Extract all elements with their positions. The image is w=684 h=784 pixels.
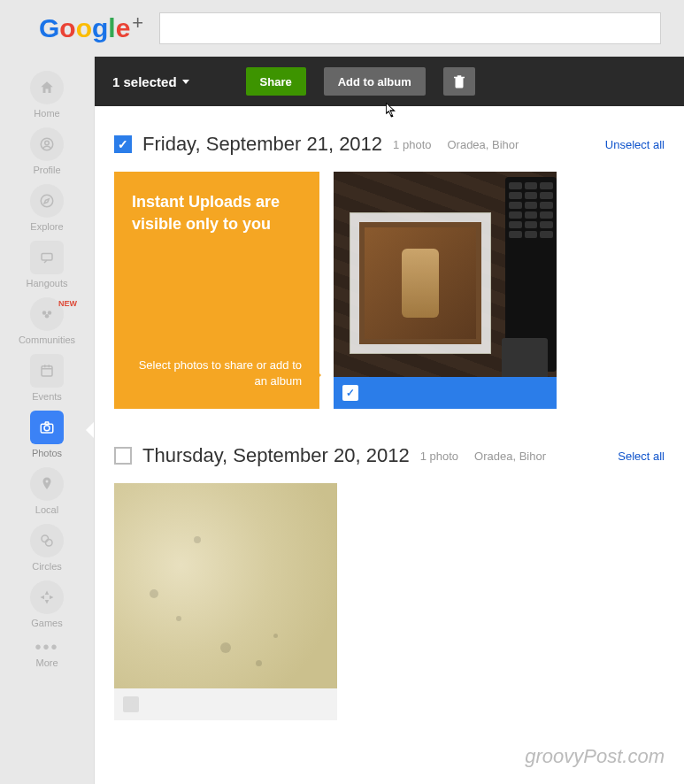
nav-label: Explore [12,221,82,232]
cursor-icon [385,102,397,119]
photo-count: 1 photo [393,138,431,151]
svg-point-4 [42,311,47,315]
info-card-subtext: Select photos to share or add to an albu… [132,357,302,389]
nav-label: Communities [12,334,82,345]
section-header: Friday, September 21, 2012 1 photo Orade… [114,133,665,156]
chevron-down-icon [182,80,189,84]
photo-select-tray[interactable]: ✓ [114,688,337,720]
camera-icon [30,411,64,444]
share-button[interactable]: Share [246,67,306,96]
nav-label: Profile [12,165,82,175]
trash-icon [451,73,467,89]
nav-communities[interactable]: NEW Communities [12,297,82,345]
search-input[interactable] [159,12,661,44]
nav-profile[interactable]: Profile [12,127,82,175]
chat-icon [30,241,64,274]
selection-count-dropdown[interactable]: 1 selected [112,74,189,89]
svg-point-11 [46,540,53,547]
photo-count: 1 photo [420,450,458,463]
nav-label: Hangouts [12,278,82,288]
select-all-link[interactable]: Select all [618,450,665,463]
nav-label: Circles [12,561,82,572]
delete-button[interactable] [443,67,475,96]
svg-point-1 [45,141,50,145]
nav-more[interactable]: ••• More [12,637,82,668]
nav-events[interactable]: Events [12,354,82,402]
nav-circles[interactable]: Circles [12,524,82,572]
unselect-all-link[interactable]: Unselect all [605,138,665,151]
new-badge: NEW [58,299,77,308]
location-label: Oradea, Bihor [447,138,519,151]
nav-home[interactable]: Home [12,71,82,119]
main-content: 1 selected Share Add to album Friday, Se… [94,57,684,784]
section-checkbox[interactable] [114,135,132,153]
svg-rect-7 [42,366,52,376]
photo-image [334,172,557,377]
photo-select-tray[interactable]: ✓ [334,377,557,409]
profile-icon [30,127,64,161]
svg-point-10 [42,535,49,542]
svg-point-2 [41,195,53,207]
section-title: Friday, September 21, 2012 [142,133,382,156]
compass-icon [30,184,64,218]
date-section: Thursday, September 20, 2012 1 photo Ora… [95,418,684,729]
location-label: Oradea, Bihor [474,450,546,463]
selection-toolbar: 1 selected Share Add to album [95,57,684,106]
nav-hangouts[interactable]: Hangouts [12,241,82,288]
more-icon: ••• [12,637,82,657]
home-icon [30,71,64,104]
section-header: Thursday, September 20, 2012 1 photo Ora… [114,444,665,467]
photo-thumbnail[interactable]: ✓ [334,172,557,409]
nav-label: Home [12,108,82,119]
check-icon: ✓ [342,385,358,401]
date-section: Friday, September 21, 2012 1 photo Orade… [95,106,684,418]
svg-point-5 [48,311,52,315]
check-icon: ✓ [123,696,139,712]
svg-rect-3 [42,254,52,261]
photo-thumbnail[interactable]: ✓ [114,483,337,720]
left-nav: Home Profile Explore Hangouts NEW Comm [0,57,94,784]
google-plus-logo[interactable]: Google+ [39,13,143,43]
nav-photos[interactable]: Photos [12,411,82,458]
section-checkbox[interactable] [114,447,132,465]
games-icon [30,580,64,614]
nav-label: More [12,657,82,668]
svg-point-6 [45,314,50,319]
pin-icon [30,467,64,501]
top-bar: Google+ [0,0,684,57]
nav-label: Local [12,504,82,515]
nav-label: Games [12,618,82,628]
photo-image [114,483,337,688]
watermark-text: groovyPost.com [525,745,665,768]
calendar-icon [30,354,64,388]
add-to-album-button[interactable]: Add to album [324,67,426,96]
nav-games[interactable]: Games [12,580,82,628]
section-title: Thursday, September 20, 2012 [142,444,410,467]
circles-icon [30,524,64,557]
nav-label: Events [12,391,82,402]
instant-uploads-info-card: Instant Uploads are visible only to you … [114,172,319,409]
nav-explore[interactable]: Explore [12,184,82,232]
info-card-headline: Instant Uploads are visible only to you [132,191,302,235]
nav-label: Photos [12,448,82,458]
selection-count-label: 1 selected [112,74,177,89]
nav-local[interactable]: Local [12,467,82,515]
